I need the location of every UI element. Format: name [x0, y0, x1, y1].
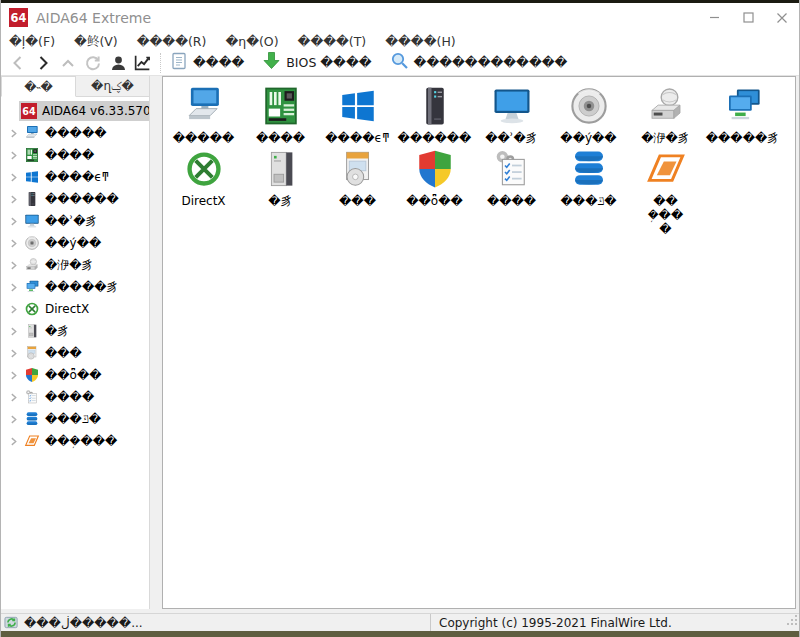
menu-item[interactable]: �η�(O)	[225, 34, 278, 49]
sidebar-item-software[interactable]: ���	[1, 342, 149, 364]
storage-icon	[645, 85, 687, 131]
toolbar: ���� BIOS ���� ������������	[1, 50, 799, 76]
software-icon	[23, 345, 40, 361]
report-button[interactable]: ����	[170, 52, 244, 74]
grid-item-label: �洢�豸	[641, 131, 690, 145]
security-icon	[23, 367, 40, 383]
grid-item-software[interactable]: ���	[319, 148, 396, 236]
grid-item-security[interactable]: ��ȫ��	[396, 148, 473, 236]
expand-chevron-icon[interactable]	[8, 283, 18, 292]
report-label: ����	[193, 55, 244, 70]
sidebar-item-os[interactable]: ����ϵͳ	[1, 166, 149, 188]
grid-item-config[interactable]: ����	[473, 148, 550, 236]
grid-item-database[interactable]: ���ݿ�	[550, 148, 627, 236]
navigation-tree: 64 AIDA64 v6.33.5700 �������������ϵͳ����…	[1, 97, 149, 609]
expand-chevron-icon[interactable]	[8, 173, 18, 182]
pane-splitter[interactable]	[150, 76, 162, 609]
aida64-logo-icon: 64	[9, 8, 28, 27]
sidebar-item-network[interactable]: �����豸	[1, 276, 149, 298]
grid-item-storage[interactable]: �洢�豸	[627, 85, 704, 145]
expand-chevron-icon[interactable]	[8, 239, 18, 248]
network-icon	[722, 85, 764, 131]
expand-chevron-icon[interactable]	[8, 327, 18, 336]
up-button[interactable]	[55, 52, 80, 74]
menu-item[interactable]: �ļ�(F)	[9, 34, 55, 49]
menu-item[interactable]: ����(T)	[298, 34, 367, 49]
expand-chevron-icon[interactable]	[8, 305, 18, 314]
motherboard-icon	[23, 147, 40, 163]
sidebar-item-server[interactable]: ������	[1, 188, 149, 210]
maximize-button[interactable]	[731, 3, 765, 32]
expand-chevron-icon[interactable]	[8, 415, 18, 424]
grid-item-motherboard[interactable]: ����	[242, 85, 319, 145]
grid-item-directx[interactable]: DirectX	[165, 148, 242, 236]
window-bottom-edge	[1, 631, 799, 637]
status-message: ���ڶ�����...	[24, 616, 143, 630]
grid-item-label: �����	[173, 131, 235, 145]
security-icon	[414, 148, 456, 194]
expand-chevron-icon[interactable]	[8, 261, 18, 270]
refresh-button[interactable]	[80, 52, 105, 74]
bios-update-button[interactable]: BIOS ����	[262, 51, 371, 74]
sidebar-item-motherboard[interactable]: ����	[1, 144, 149, 166]
search-button[interactable]: ������������	[390, 51, 568, 74]
sidebar-item-computer[interactable]: �����	[1, 122, 149, 144]
grid-item-label: ��ý��	[560, 131, 616, 145]
menu-item[interactable]: ����(R)	[137, 34, 207, 49]
expand-chevron-icon[interactable]	[8, 195, 18, 204]
menu-item[interactable]: ����(H)	[385, 34, 455, 49]
expand-chevron-icon[interactable]	[8, 393, 18, 402]
sidebar-item-label: �����	[45, 126, 107, 140]
expand-chevron-icon[interactable]	[8, 217, 18, 226]
grid-item-display[interactable]: ��ʾ�豸	[473, 85, 550, 145]
display-icon	[23, 213, 40, 229]
grid-item-devices[interactable]: �豸	[242, 148, 319, 236]
close-button[interactable]	[765, 3, 799, 32]
network-icon	[23, 279, 40, 295]
grid-item-computer[interactable]: �����	[165, 85, 242, 145]
expand-chevron-icon[interactable]	[8, 371, 18, 380]
sidebar-item-database[interactable]: ���ݿ�	[1, 408, 149, 430]
database-icon	[568, 148, 610, 194]
sidebar-tabs: �˵� �ղؼ�	[1, 76, 149, 97]
tab-favorites[interactable]: �ղؼ�	[76, 76, 149, 96]
sidebar-item-security[interactable]: ��ȫ��	[1, 364, 149, 386]
benchmark-icon	[23, 433, 40, 449]
sidebar-item-label: ��ȫ��	[45, 368, 102, 382]
os-icon	[337, 85, 379, 131]
sidebar-item-directx[interactable]: DirectX	[1, 298, 149, 320]
expand-chevron-icon[interactable]	[8, 129, 18, 138]
title-bar: 64 AIDA64 Extreme	[1, 3, 799, 32]
expand-chevron-icon[interactable]	[8, 151, 18, 160]
chart-button[interactable]	[130, 52, 155, 74]
tab-menu[interactable]: �˵�	[1, 76, 76, 97]
sidebar-item-label: ����	[45, 148, 94, 162]
storage-icon	[23, 257, 40, 273]
green-down-arrow-icon	[262, 51, 281, 74]
menu-item[interactable]: �鿴(V)	[74, 32, 118, 50]
window-title: AIDA64 Extreme	[36, 10, 697, 26]
user-profile-button[interactable]	[105, 52, 130, 74]
sidebar-item-display[interactable]: ��ʾ�豸	[1, 210, 149, 232]
grid-item-network[interactable]: �����豸	[704, 85, 781, 145]
grid-item-os[interactable]: ����ϵͳ	[319, 85, 396, 145]
sidebar-item-benchmark[interactable]: ���ܲ���	[1, 430, 149, 452]
expand-chevron-icon[interactable]	[8, 349, 18, 358]
forward-button[interactable]	[30, 52, 55, 74]
sidebar-item-storage[interactable]: �洢�豸	[1, 254, 149, 276]
tree-root-aida64[interactable]: 64 AIDA64 v6.33.5700	[1, 100, 149, 122]
sidebar-item-devices[interactable]: �豸	[1, 320, 149, 342]
config-icon	[23, 389, 40, 405]
minimize-button[interactable]	[697, 3, 731, 32]
sidebar-item-multimedia[interactable]: ��ý��	[1, 232, 149, 254]
grid-item-server[interactable]: ������	[396, 85, 473, 145]
expand-chevron-icon[interactable]	[8, 437, 18, 446]
grid-item-label: ��ʾ�豸	[485, 131, 538, 145]
grid-item-multimedia[interactable]: ��ý��	[550, 85, 627, 145]
grid-item-benchmark[interactable]: ���ܲ���	[627, 148, 704, 236]
back-button[interactable]	[5, 52, 30, 74]
sidebar-item-label: ��ʾ�豸	[45, 213, 98, 230]
sidebar-item-config[interactable]: ����	[1, 386, 149, 408]
sidebar-item-label: �豸	[45, 323, 69, 340]
resize-grip[interactable]	[786, 611, 798, 630]
